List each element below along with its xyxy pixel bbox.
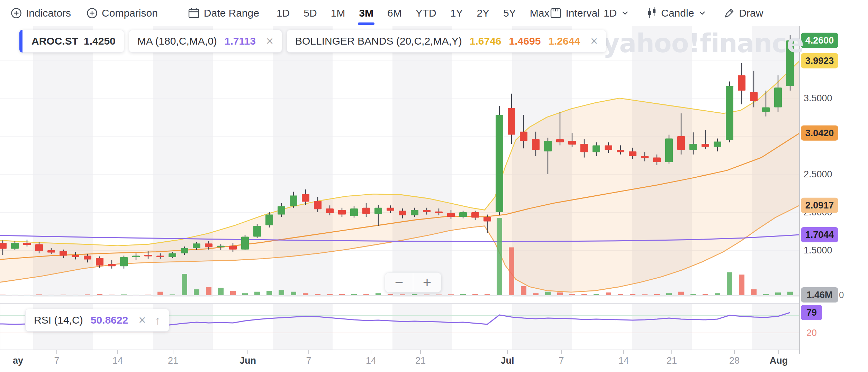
indicators-label: Indicators [26, 7, 71, 19]
interval-icon [550, 7, 562, 19]
rsi-low-tick-label: 20 [806, 328, 817, 338]
range-button-6m[interactable]: 6M [387, 7, 402, 19]
chevron-down-icon [699, 11, 705, 15]
svg-text:2.0917: 2.0917 [805, 200, 834, 211]
draw-pencil-icon [723, 7, 735, 19]
plus-circle-icon [86, 7, 98, 19]
range-selector: 1D 5D 1M 3M 6M YTD 1Y 2Y 5Y Max [277, 7, 550, 19]
draw-button[interactable]: Draw [723, 7, 763, 19]
bollinger-label: BOLLINGER BANDS (20,C,2,MA,Y) [295, 35, 462, 47]
range-button-3m[interactable]: 3M [359, 7, 373, 19]
comparison-button[interactable]: Comparison [86, 7, 158, 19]
bollinger-upper-value: 1.6746 [470, 35, 501, 47]
price-tick-label: 2.5000 [804, 169, 832, 179]
chart-type-dropdown[interactable]: Candle [646, 7, 705, 19]
chart-area: ay71421Jun71421Jul7142128Aug3.50002.5000… [0, 26, 868, 372]
x-axis-tick-label: 7 [306, 355, 311, 366]
yahoo-finance-watermark: yahoo!finance [603, 28, 771, 58]
symbol-label: AROC.ST [31, 35, 78, 47]
range-button-5y[interactable]: 5Y [503, 7, 516, 19]
draw-label: Draw [739, 7, 763, 19]
svg-text:3.0420: 3.0420 [805, 128, 834, 138]
range-button-ytd[interactable]: YTD [416, 7, 436, 19]
chart-type-label: Candle [661, 7, 694, 19]
bollinger-mid-value: 1.4695 [509, 35, 541, 47]
interval-value: 1D [604, 7, 617, 19]
x-axis-tick-label: 28 [729, 355, 740, 366]
ma-value: 1.7113 [225, 35, 256, 47]
interval-dropdown[interactable]: Interval 1D [550, 7, 629, 19]
rsi-legend-chip: RSI (14,C) 50.8622 × ↑ [25, 309, 169, 332]
range-button-1d[interactable]: 1D [277, 7, 290, 19]
price-tick-label: 1.5000 [804, 245, 832, 255]
rsi-label: RSI (14,C) [34, 314, 83, 326]
x-axis-tick-label: ay [13, 355, 23, 366]
calendar-icon [188, 7, 200, 19]
symbol-accent-bar [19, 30, 22, 53]
price-tick-label: 3.5000 [804, 93, 832, 103]
volume-zero-label: 0 [839, 290, 844, 300]
bollinger-lower-value: 1.2644 [548, 35, 580, 47]
range-button-max[interactable]: Max [530, 7, 550, 19]
close-icon[interactable]: × [266, 35, 273, 47]
date-range-label: Date Range [204, 7, 259, 19]
svg-text:1.46M: 1.46M [806, 290, 832, 300]
x-axis-tick-label: 14 [366, 355, 376, 366]
range-button-2y[interactable]: 2Y [477, 7, 489, 19]
chart-toolbar: Indicators Comparison Date Range 1D 5D 1… [0, 0, 868, 26]
x-axis-tick-label: 7 [559, 355, 564, 366]
comparison-label: Comparison [102, 7, 158, 19]
range-button-1m[interactable]: 1M [331, 7, 345, 19]
rsi-value: 50.8622 [91, 314, 128, 326]
svg-text:79: 79 [806, 307, 817, 318]
zoom-out-button[interactable]: − [385, 273, 413, 292]
x-axis-tick-label: 14 [112, 355, 123, 366]
x-axis-tick-label: 14 [618, 355, 629, 366]
range-button-5d[interactable]: 5D [304, 7, 317, 19]
x-axis-tick-label: 21 [415, 355, 426, 366]
x-axis-tick-label: 21 [667, 355, 677, 366]
svg-text:3.9923: 3.9923 [805, 56, 834, 66]
indicators-button[interactable]: Indicators [10, 7, 71, 19]
plus-circle-icon [10, 7, 22, 19]
svg-text:1.7044: 1.7044 [805, 230, 834, 240]
close-icon[interactable]: × [138, 314, 146, 326]
svg-text:4.2600: 4.2600 [805, 35, 834, 46]
x-axis-tick-label: Jul [500, 355, 514, 366]
date-range-button[interactable]: Date Range [188, 7, 259, 19]
symbol-legend-chip: AROC.ST 1.4250 [19, 30, 124, 53]
toolbar-right-group: Interval 1D Candle Draw ⚙ ↺ [550, 6, 868, 20]
range-button-1y[interactable]: 1Y [450, 7, 463, 19]
x-axis-tick-label: 21 [168, 355, 178, 366]
x-axis-tick-label: 7 [54, 355, 59, 366]
ma-legend-chip: MA (180,C,MA,0) 1.7113 × [129, 30, 282, 53]
bollinger-legend-chip: BOLLINGER BANDS (20,C,2,MA,Y) 1.6746 1.4… [287, 30, 606, 53]
ma-label: MA (180,C,MA,0) [137, 35, 217, 47]
x-axis-tick-label: Jun [239, 355, 256, 366]
interval-label: Interval [566, 7, 600, 19]
close-icon[interactable]: × [590, 35, 598, 47]
zoom-in-button[interactable]: + [413, 273, 441, 292]
chevron-down-icon [622, 11, 628, 15]
move-pane-up-icon[interactable]: ↑ [155, 314, 161, 327]
legend-row: AROC.ST 1.4250 MA (180,C,MA,0) 1.7113 × … [19, 30, 606, 53]
symbol-price: 1.4250 [84, 35, 116, 47]
zoom-control: − + [385, 272, 441, 292]
x-axis-tick-label: Aug [770, 355, 788, 366]
candle-icon [646, 7, 657, 19]
